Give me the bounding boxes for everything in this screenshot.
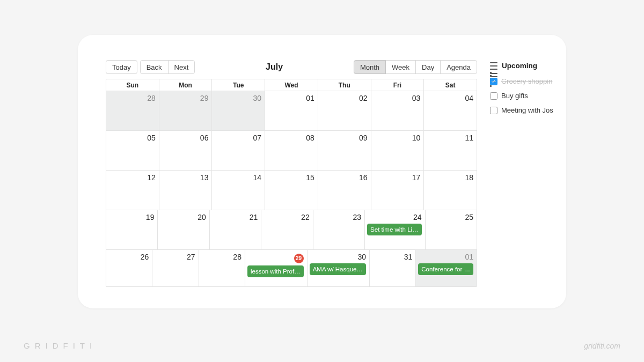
day-number: 18 <box>426 173 473 182</box>
day-cell[interactable]: 12 <box>106 171 159 210</box>
checkbox-icon[interactable] <box>490 92 497 100</box>
day-number: 19 <box>108 213 154 221</box>
app-card: Today Back Next July Month Week Day Agen… <box>78 35 566 308</box>
day-cell[interactable]: 11 <box>424 131 477 170</box>
day-number: 27 <box>155 253 195 261</box>
back-button[interactable]: Back <box>140 60 169 74</box>
day-cell[interactable]: 04 <box>424 91 477 130</box>
week-row: 192021222324Set time with Li…25 <box>106 210 477 250</box>
day-cell[interactable]: 07 <box>212 131 265 170</box>
day-number: 28 <box>201 253 241 261</box>
view-month-button[interactable]: Month <box>354 60 386 74</box>
day-cell[interactable]: 01Conference for … <box>416 250 477 286</box>
week-row: 05060708091011 <box>106 131 477 171</box>
list-icon <box>490 62 497 70</box>
watermark-brand: GRIDFITI <box>24 341 97 350</box>
day-cell[interactable]: 14 <box>212 171 265 210</box>
day-cell[interactable]: 21 <box>210 210 261 249</box>
day-cell[interactable]: 10 <box>371 131 425 170</box>
day-cell[interactable]: 19 <box>106 210 158 249</box>
calendar-event[interactable]: Conference for … <box>418 263 473 275</box>
day-cell[interactable]: 16 <box>318 171 371 210</box>
view-agenda-button[interactable]: Agenda <box>440 60 477 74</box>
day-number: 21 <box>212 213 258 221</box>
day-cell[interactable]: 01 <box>265 91 318 130</box>
today-button[interactable]: Today <box>106 60 137 74</box>
day-number: 23 <box>316 213 361 221</box>
upcoming-item-label: Buy gifts <box>501 92 528 100</box>
day-number: 01 <box>418 253 473 261</box>
day-number: 12 <box>108 173 156 182</box>
day-cell[interactable]: 28 <box>199 250 245 286</box>
today-badge: 29 <box>294 254 304 263</box>
day-number: 07 <box>214 134 261 142</box>
day-number: 24 <box>367 213 421 221</box>
next-button[interactable]: Next <box>168 60 195 74</box>
day-cell[interactable]: 25 <box>426 210 477 249</box>
day-number: 15 <box>267 173 314 182</box>
day-cell[interactable]: 30AMA w/ Hasque… <box>308 250 370 286</box>
view-week-button[interactable]: Week <box>385 60 416 74</box>
day-cell[interactable]: 29lesson with Prof… <box>245 250 308 286</box>
day-number: 17 <box>374 173 421 182</box>
upcoming-item[interactable]: Buy gifts <box>490 92 553 100</box>
day-cell[interactable]: 02 <box>318 91 371 130</box>
calendar-event[interactable]: AMA w/ Hasque… <box>310 263 366 275</box>
day-cell[interactable]: 30 <box>212 91 265 130</box>
watermark-url: gridfiti.com <box>584 342 620 350</box>
day-cell[interactable]: 27 <box>152 250 199 286</box>
day-cell[interactable]: 24Set time with Li… <box>365 210 425 249</box>
day-cell[interactable]: 31 <box>370 250 416 286</box>
day-cell[interactable]: 22 <box>261 210 313 249</box>
dayhead-sun: Sun <box>106 79 159 91</box>
calendar-event[interactable]: Set time with Li… <box>367 224 421 235</box>
day-number: 14 <box>214 173 261 182</box>
checkbox-checked-icon[interactable]: ✓ <box>490 78 497 85</box>
upcoming-item-label: Grocery shoppin <box>501 77 552 85</box>
day-cell[interactable]: 06 <box>159 131 213 170</box>
upcoming-item-label: Meeting with Jos <box>501 106 553 114</box>
view-day-button[interactable]: Day <box>415 60 441 74</box>
day-cell[interactable]: 17 <box>371 171 425 210</box>
day-cell[interactable]: 28 <box>106 91 159 130</box>
upcoming-item[interactable]: Meeting with Jos <box>490 106 553 114</box>
day-cell[interactable]: 15 <box>265 171 318 210</box>
dayhead-mon: Mon <box>159 79 213 91</box>
week-row: 26272829lesson with Prof…30AMA w/ Hasque… <box>106 250 477 287</box>
sidebar-title-row: Upcoming <box>490 62 553 70</box>
checkbox-icon[interactable] <box>490 107 497 114</box>
day-cell[interactable]: 20 <box>158 210 209 249</box>
day-number: 10 <box>374 134 421 142</box>
day-number: 01 <box>267 94 314 102</box>
day-cell[interactable]: 08 <box>265 131 318 170</box>
day-number: 22 <box>264 213 309 221</box>
day-number: 13 <box>162 173 209 182</box>
day-cell[interactable]: 18 <box>424 171 477 210</box>
month-title: July <box>266 62 283 72</box>
calendar-grid: Sun Mon Tue Wed Thu Fri Sat 282930010203… <box>106 79 477 287</box>
day-cell[interactable]: 05 <box>106 131 159 170</box>
day-cell[interactable]: 29 <box>159 91 213 130</box>
day-cell[interactable]: 09 <box>318 131 371 170</box>
upcoming-item[interactable]: ✓Grocery shoppin <box>490 77 553 85</box>
day-number: 11 <box>426 134 473 142</box>
day-number: 04 <box>426 94 473 102</box>
week-row: 28293001020304 <box>106 91 477 131</box>
day-cell[interactable]: 26 <box>106 250 152 286</box>
day-number: 30 <box>214 94 261 102</box>
day-cell[interactable]: 23 <box>313 210 365 249</box>
week-row: 12131415161718 <box>106 171 477 210</box>
dayhead-wed: Wed <box>265 79 318 91</box>
day-number: 31 <box>372 253 412 261</box>
nav-button-group: Today Back Next <box>106 60 195 74</box>
day-number: 09 <box>320 134 368 142</box>
day-number: 06 <box>162 134 209 142</box>
day-number: 28 <box>108 94 156 102</box>
upcoming-sidebar: Upcoming ✓Grocery shoppinBuy giftsMeetin… <box>490 60 553 293</box>
dayhead-thu: Thu <box>318 79 371 91</box>
day-cell[interactable]: 03 <box>371 91 425 130</box>
calendar-event[interactable]: lesson with Prof… <box>247 265 304 277</box>
day-cell[interactable]: 13 <box>159 171 213 210</box>
dayhead-sat: Sat <box>424 79 477 91</box>
dayhead-fri: Fri <box>371 79 425 91</box>
